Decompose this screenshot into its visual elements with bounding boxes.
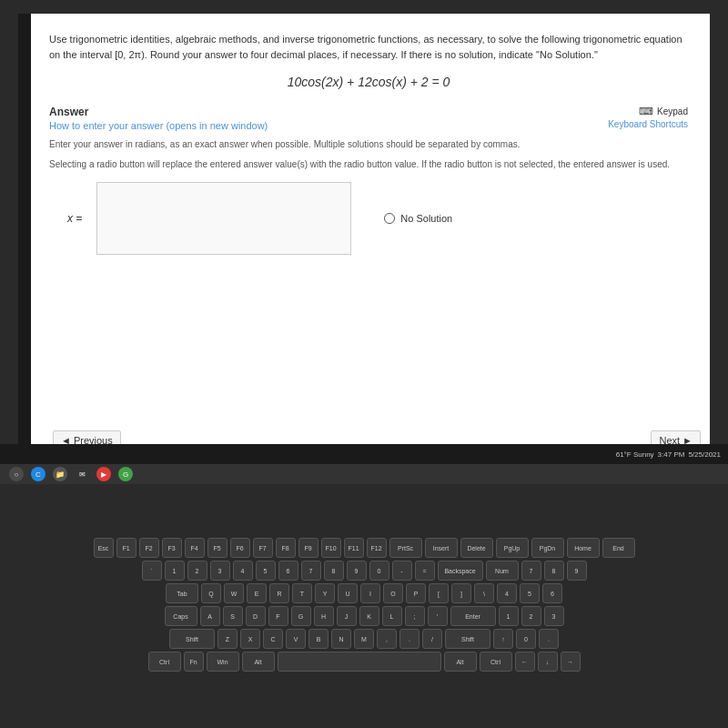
key-6[interactable]: 6 [278,561,298,581]
key-num4[interactable]: 4 [497,583,517,603]
taskbar-mail-icon[interactable]: ✉ [75,467,89,481]
key-period[interactable]: . [399,629,420,649]
taskbar-files-icon[interactable]: 📁 [53,467,67,481]
keypad-button[interactable]: ⌨ Keypad [639,106,688,117]
key-d[interactable]: D [246,606,266,626]
key-num2[interactable]: 2 [521,606,541,626]
key-z[interactable]: Z [217,629,238,649]
key-8[interactable]: 8 [324,561,344,581]
key-home[interactable]: Home [567,538,600,558]
key-minus[interactable]: - [392,561,412,581]
key-3[interactable]: 3 [210,561,230,581]
key-m[interactable]: M [354,629,374,649]
key-g[interactable]: G [291,606,311,626]
key-num1[interactable]: 1 [499,606,519,626]
key-enter[interactable]: Enter [450,606,496,626]
key-num5[interactable]: 5 [520,583,540,603]
key-caps[interactable]: Caps [165,606,197,626]
key-right[interactable]: → [561,652,581,672]
key-esc[interactable]: Esc [94,538,114,558]
answer-input-box[interactable] [96,182,351,255]
key-l[interactable]: L [382,606,402,626]
taskbar-green-icon[interactable]: G [118,467,133,481]
key-ralt[interactable]: Alt [444,652,477,672]
key-num3[interactable]: 3 [544,606,564,626]
key-f6[interactable]: F6 [230,538,250,558]
key-w[interactable]: W [224,583,244,603]
key-tab[interactable]: Tab [166,583,198,603]
key-f12[interactable]: F12 [367,538,387,558]
keyboard-shortcuts-link[interactable]: Keyboard Shortcuts [608,119,688,129]
key-end[interactable]: End [602,538,635,558]
key-quote[interactable]: ' [428,606,448,626]
key-lbracket[interactable]: [ [429,583,449,603]
key-j[interactable]: J [337,606,357,626]
key-backtick[interactable]: ` [142,561,162,581]
key-numdot[interactable]: . [539,629,559,649]
key-backspace[interactable]: Backspace [438,561,483,581]
how-to-enter-link[interactable]: How to enter your answer (opens in new w… [49,120,688,131]
key-t[interactable]: T [292,583,312,603]
key-num8[interactable]: 8 [544,561,564,581]
key-fn[interactable]: Fn [184,652,204,672]
key-q[interactable]: Q [201,583,221,603]
key-win[interactable]: Win [207,652,239,672]
key-v[interactable]: V [286,629,306,649]
key-i[interactable]: I [360,583,380,603]
key-n[interactable]: N [331,629,351,649]
key-e[interactable]: E [247,583,267,603]
taskbar-app-icon[interactable]: ▶ [96,467,111,481]
key-7[interactable]: 7 [301,561,321,581]
key-f11[interactable]: F11 [344,538,364,558]
key-k[interactable]: K [359,606,379,626]
no-solution-radio[interactable] [384,213,395,224]
key-f4[interactable]: F4 [185,538,205,558]
key-u[interactable]: U [338,583,358,603]
key-backslash[interactable]: \ [474,583,494,603]
key-num6[interactable]: 6 [542,583,562,603]
key-c[interactable]: C [263,629,283,649]
taskbar-chrome-icon[interactable]: C [31,467,46,481]
key-0[interactable]: 0 [369,561,389,581]
no-solution-option[interactable]: No Solution [384,213,452,224]
key-space[interactable] [278,652,441,672]
key-a[interactable]: A [200,606,220,626]
key-down[interactable]: ↓ [538,652,558,672]
key-lctrl[interactable]: Ctrl [148,652,181,672]
key-p[interactable]: P [406,583,426,603]
key-rshift[interactable]: Shift [445,629,490,649]
key-f[interactable]: F [268,606,288,626]
key-f8[interactable]: F8 [276,538,296,558]
key-s[interactable]: S [223,606,243,626]
key-1[interactable]: 1 [165,561,185,581]
key-equals[interactable]: = [415,561,435,581]
key-pgdn[interactable]: PgDn [531,538,564,558]
key-x[interactable]: X [240,629,260,649]
key-num0[interactable]: 0 [516,629,536,649]
key-f7[interactable]: F7 [253,538,273,558]
key-f9[interactable]: F9 [298,538,318,558]
key-rbracket[interactable]: ] [451,583,471,603]
key-num[interactable]: Num [486,561,519,581]
answer-input[interactable] [97,183,350,254]
key-f10[interactable]: F10 [321,538,341,558]
key-prtsc[interactable]: PrtSc [389,538,422,558]
key-insert[interactable]: Insert [425,538,458,558]
key-f3[interactable]: F3 [162,538,182,558]
key-o[interactable]: O [383,583,403,603]
key-rctrl[interactable]: Ctrl [480,652,512,672]
key-h[interactable]: H [314,606,334,626]
key-r[interactable]: R [269,583,289,603]
key-pgup[interactable]: PgUp [496,538,529,558]
key-up[interactable]: ↑ [493,629,513,649]
key-num9[interactable]: 9 [567,561,587,581]
key-left[interactable]: ← [515,652,535,672]
key-semicolon[interactable]: ; [405,606,425,626]
key-delete[interactable]: Delete [460,538,493,558]
key-comma[interactable]: , [377,629,397,649]
key-y[interactable]: Y [315,583,335,603]
key-lalt[interactable]: Alt [242,652,275,672]
key-f1[interactable]: F1 [116,538,136,558]
key-5[interactable]: 5 [256,561,276,581]
key-2[interactable]: 2 [187,561,207,581]
